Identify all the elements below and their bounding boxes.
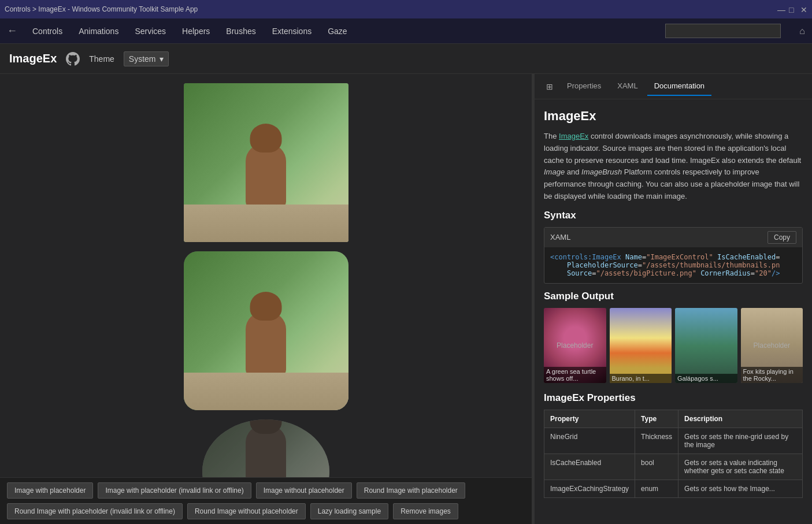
- nav-helpers[interactable]: Helpers: [181, 24, 211, 38]
- xaml-code-block: <controls:ImageEx Name="ImageExControl" …: [544, 247, 802, 283]
- table-row: IsCacheEnabled bool Gets or sets a value…: [544, 454, 803, 480]
- btn-image-with-placeholder[interactable]: Image with placeholder: [7, 482, 93, 499]
- main-layout: Image with placeholder Image with placeh…: [0, 74, 812, 524]
- xaml-lang-label: XAML: [550, 233, 570, 241]
- theme-selector[interactable]: System ▾: [124, 51, 169, 66]
- copy-button[interactable]: Copy: [767, 231, 796, 244]
- close-button[interactable]: ✕: [800, 6, 807, 13]
- title-bar: Controls > ImageEx - Windows Community T…: [0, 0, 812, 18]
- btn-image-with-placeholder-invalid[interactable]: Image with placeholder (invalid link or …: [98, 482, 251, 499]
- table-row: ImageExCachingStrategy enum Gets or sets…: [544, 480, 803, 497]
- chevron-down-icon: ▾: [160, 54, 164, 64]
- doc-content: ImageEx The ImageEx control downloads im…: [535, 99, 812, 524]
- tab-xaml[interactable]: XAML: [610, 77, 644, 96]
- properties-table: Property Type Description NineGrid Thick…: [544, 410, 803, 498]
- nav-extensions[interactable]: Extensions: [271, 24, 313, 38]
- nav-brushes[interactable]: Brushes: [225, 24, 257, 38]
- prop-name-2: IsCacheEnabled: [544, 454, 635, 480]
- nav-controls[interactable]: Controls: [31, 24, 64, 38]
- prop-type-2: bool: [635, 454, 678, 480]
- grid-icon[interactable]: ⊞: [542, 77, 558, 96]
- prop-desc-1: Gets or sets the nine-grid used by the i…: [678, 428, 803, 454]
- syntax-title: Syntax: [544, 210, 803, 221]
- search-input[interactable]: [665, 24, 781, 38]
- nav-animations[interactable]: Animations: [77, 24, 120, 38]
- table-row: NineGrid Thickness Gets or sets the nine…: [544, 428, 803, 454]
- back-button[interactable]: ←: [7, 25, 17, 37]
- prop-type-1: Thickness: [635, 428, 678, 454]
- tab-properties[interactable]: Properties: [560, 77, 608, 96]
- button-bar: Image with placeholder Image with placeh…: [0, 477, 532, 524]
- sample-cell-4: Placeholder Fox kits playing in the Rock…: [741, 308, 803, 383]
- prop-name-1: NineGrid: [544, 428, 635, 454]
- right-tabs: ⊞ Properties XAML Documentation: [535, 74, 812, 99]
- window-controls: — □ ✕: [777, 6, 807, 13]
- col-property: Property: [544, 410, 635, 428]
- placeholder-text-1: Placeholder: [557, 341, 593, 350]
- minimize-button[interactable]: —: [777, 6, 784, 13]
- right-panel: ⊞ Properties XAML Documentation ImageEx …: [534, 74, 812, 524]
- sample-label-2: Burano, in t...: [610, 374, 672, 383]
- prop-desc-2: Gets or sets a value indicating whether …: [678, 454, 803, 480]
- tab-documentation[interactable]: Documentation: [647, 77, 711, 96]
- app-title: ImageEx: [9, 52, 57, 65]
- nav-gaze[interactable]: Gaze: [327, 24, 348, 38]
- placeholder-text-4: Placeholder: [754, 341, 790, 350]
- btn-round-image-placeholder-invalid[interactable]: Round Image with placeholder (invalid li…: [7, 503, 183, 519]
- left-panel: Image with placeholder Image with placeh…: [0, 74, 532, 524]
- theme-value: System: [129, 54, 156, 64]
- image-area: [0, 74, 532, 477]
- sample-cell-1: Placeholder A green sea turtle shows off…: [544, 308, 606, 383]
- round-image-placeholder: [202, 419, 329, 477]
- image-italic: Image: [544, 168, 565, 176]
- sample-label-4: Fox kits playing in the Rocky...: [741, 367, 803, 383]
- github-icon: [66, 52, 80, 66]
- theme-label: Theme: [89, 54, 114, 64]
- image-with-placeholder: [184, 83, 348, 242]
- btn-round-image-placeholder[interactable]: Round Image with placeholder: [357, 482, 465, 499]
- maximize-button[interactable]: □: [789, 6, 796, 13]
- sample-output-title: Sample Output: [544, 291, 803, 302]
- btn-remove-images[interactable]: Remove images: [393, 503, 458, 519]
- home-icon[interactable]: ⌂: [799, 26, 805, 36]
- prop-name-3: ImageExCachingStrategy: [544, 480, 635, 497]
- doc-paragraph: The ImageEx control downloads images asy…: [544, 131, 803, 203]
- sample-label-3: Galápagos s...: [675, 374, 737, 383]
- header-bar: ImageEx Theme System ▾: [0, 44, 812, 74]
- xaml-header: XAML Copy: [544, 228, 802, 247]
- prop-type-3: enum: [635, 480, 678, 497]
- sample-output-grid: Placeholder A green sea turtle shows off…: [544, 308, 803, 383]
- btn-round-image-without-placeholder[interactable]: Round Image without placeholder: [187, 503, 306, 519]
- doc-title: ImageEx: [544, 109, 803, 124]
- xaml-box: XAML Copy <controls:ImageEx Name="ImageE…: [544, 227, 803, 284]
- imageex-link[interactable]: ImageEx: [559, 132, 588, 140]
- imagebrush-italic: ImageBrush: [581, 168, 622, 176]
- sample-cell-3: Galápagos s...: [675, 308, 737, 383]
- properties-title: ImageEx Properties: [544, 392, 803, 404]
- nav-bar: ← Controls Animations Services Helpers B…: [0, 18, 812, 44]
- col-description: Description: [678, 410, 803, 428]
- col-type: Type: [635, 410, 678, 428]
- btn-lazy-loading[interactable]: Lazy loading sample: [310, 503, 388, 519]
- sample-cell-2: Burano, in t...: [610, 308, 672, 383]
- btn-image-without-placeholder[interactable]: Image without placeholder: [256, 482, 352, 499]
- nav-services[interactable]: Services: [134, 24, 167, 38]
- sample-label-1: A green sea turtle shows off...: [544, 367, 606, 383]
- title-bar-text: Controls > ImageEx - Windows Community T…: [5, 5, 198, 13]
- image-without-placeholder: [184, 251, 348, 410]
- prop-desc-3: Gets or sets how the Image...: [678, 480, 803, 497]
